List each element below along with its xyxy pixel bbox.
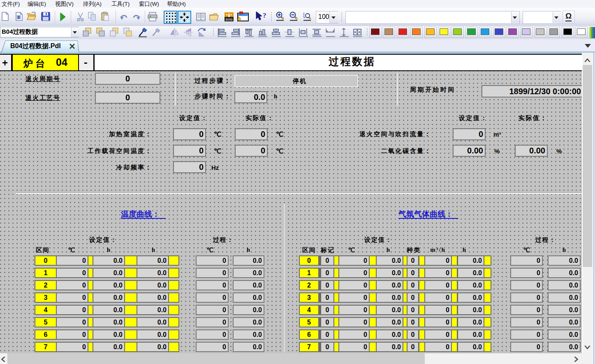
svg-text:SVG: SVG xyxy=(226,18,233,21)
svg-text:T: T xyxy=(18,16,20,20)
svg-text:?: ? xyxy=(263,12,266,19)
